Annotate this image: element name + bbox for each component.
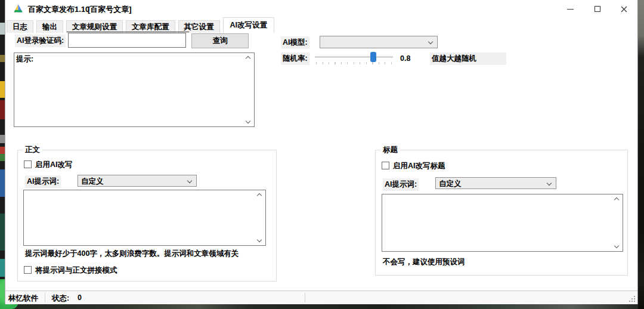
chevron-up-icon bbox=[246, 56, 250, 61]
tab-log[interactable]: 日志 bbox=[7, 20, 33, 33]
desktop-wallpaper-fragment bbox=[0, 304, 644, 309]
status-value: 0 bbox=[78, 293, 82, 302]
app-icon bbox=[13, 4, 23, 13]
close-button[interactable] bbox=[611, 0, 637, 18]
tab-strip: 日志 输出 文章规则设置 文章库配置 其它设置 AI改写设置 bbox=[5, 18, 637, 33]
desktop-wallpaper-fragment bbox=[638, 0, 644, 309]
tips-output-text: 提示: bbox=[16, 54, 242, 125]
title-prompt-textarea[interactable] bbox=[382, 194, 623, 252]
body-group-legend: 正文 bbox=[23, 145, 42, 155]
body-prompt-label: AI提示词: bbox=[25, 175, 61, 188]
enable-ai-rewrite-label: 启用AI改写 bbox=[35, 160, 73, 170]
chevron-down-icon bbox=[257, 237, 262, 242]
status-label: 状态: bbox=[52, 293, 69, 304]
minimize-icon bbox=[567, 9, 574, 10]
tab-article-rules[interactable]: 文章规则设置 bbox=[66, 20, 123, 33]
slider-thumb[interactable] bbox=[370, 52, 376, 62]
chevron-up-icon bbox=[614, 197, 619, 202]
maximize-button[interactable] bbox=[584, 0, 611, 18]
concat-prompt-body-label: 将提示词与正文拼接模式 bbox=[35, 265, 117, 276]
chevron-down-icon bbox=[614, 243, 619, 248]
enable-ai-rewrite-checkbox[interactable] bbox=[24, 160, 32, 168]
enable-ai-rewrite-title-label: 启用AI改写标题 bbox=[393, 161, 445, 171]
body-prompt-text bbox=[26, 191, 253, 244]
title-group-legend: 标题 bbox=[380, 145, 400, 155]
body-prompt-textarea[interactable] bbox=[23, 190, 266, 246]
status-bar: 林忆软件 状态: 0 bbox=[5, 291, 637, 304]
statusbar-separator bbox=[45, 293, 45, 302]
desktop: 百家文章发布1.10 [百家号文章] 日志 输出 文章规则设置 文章库配置 其它… bbox=[0, 0, 644, 309]
chevron-down-icon bbox=[547, 181, 552, 186]
title-prompt-label: AI提示词: bbox=[383, 178, 419, 191]
title-prompt-select[interactable]: 自定义 bbox=[435, 177, 556, 189]
chevron-down-icon bbox=[246, 119, 250, 123]
random-rate-value: 0.8 bbox=[400, 54, 410, 63]
tab-strip-underline bbox=[67, 32, 189, 32]
random-rate-slider[interactable] bbox=[315, 51, 393, 64]
window-title: 百家文章发布1.10 bbox=[28, 4, 89, 15]
window-subtitle: [百家号文章] bbox=[88, 4, 132, 15]
title-group: 标题 启用AI改写标题 AI提示词: 自定义 不会写，建议使用预设词 bbox=[375, 150, 628, 276]
random-rate-note: 值越大越随机 bbox=[430, 52, 506, 65]
tab-output[interactable]: 输出 bbox=[36, 20, 63, 33]
title-prompt-text bbox=[384, 196, 611, 250]
title-prompt-selected-value: 自定义 bbox=[439, 179, 543, 189]
ai-model-select[interactable] bbox=[320, 36, 438, 48]
title-prompt-hint: 不会写，建议使用预设词 bbox=[383, 257, 465, 267]
maximize-icon bbox=[595, 6, 600, 12]
minimize-button[interactable] bbox=[557, 0, 584, 18]
ai-login-code-input[interactable] bbox=[68, 33, 186, 48]
tips-scrollbar[interactable] bbox=[244, 54, 253, 126]
body-prompt-selected-value: 自定义 bbox=[81, 177, 183, 187]
slider-track bbox=[315, 56, 393, 58]
enable-ai-rewrite-title-checkbox[interactable] bbox=[382, 162, 389, 169]
body-group: 正文 启用AI改写 AI提示词: 自定义 提示词最好少于400字，太多则浪费字数… bbox=[17, 150, 277, 282]
tips-output-box[interactable]: 提示: bbox=[14, 52, 255, 127]
slider-ticks bbox=[316, 62, 392, 64]
resize-grip-icon[interactable] bbox=[629, 296, 635, 302]
tab-article-library[interactable]: 文章库配置 bbox=[126, 20, 175, 33]
tab-ai-rewrite-settings[interactable]: AI改写设置 bbox=[223, 17, 275, 33]
body-prompt-select[interactable]: 自定义 bbox=[78, 175, 197, 187]
title-bar[interactable]: 百家文章发布1.10 [百家号文章] bbox=[5, 0, 637, 18]
ai-model-label: AI模型: bbox=[281, 36, 309, 49]
close-icon bbox=[621, 6, 627, 13]
chevron-down-icon bbox=[187, 178, 192, 183]
title-prompt-scrollbar[interactable] bbox=[612, 195, 622, 251]
tab-other-settings[interactable]: 其它设置 bbox=[178, 20, 220, 33]
concat-prompt-body-checkbox[interactable] bbox=[24, 266, 32, 274]
statusbar-separator bbox=[305, 293, 305, 302]
chevron-up-icon bbox=[257, 193, 262, 198]
random-rate-label: 随机率: bbox=[281, 52, 309, 65]
ai-login-code-label: AI登录验证码: bbox=[15, 35, 66, 47]
app-window: 百家文章发布1.10 [百家号文章] 日志 输出 文章规则设置 文章库配置 其它… bbox=[5, 0, 638, 304]
query-button[interactable]: 查询 bbox=[191, 33, 249, 48]
body-prompt-scrollbar[interactable] bbox=[255, 191, 265, 245]
body-prompt-hint: 提示词最好少于400字，太多则浪费字数。提示词和文章领域有关 bbox=[25, 249, 239, 259]
statusbar-app-name: 林忆软件 bbox=[8, 293, 38, 304]
chevron-down-icon bbox=[428, 39, 433, 44]
